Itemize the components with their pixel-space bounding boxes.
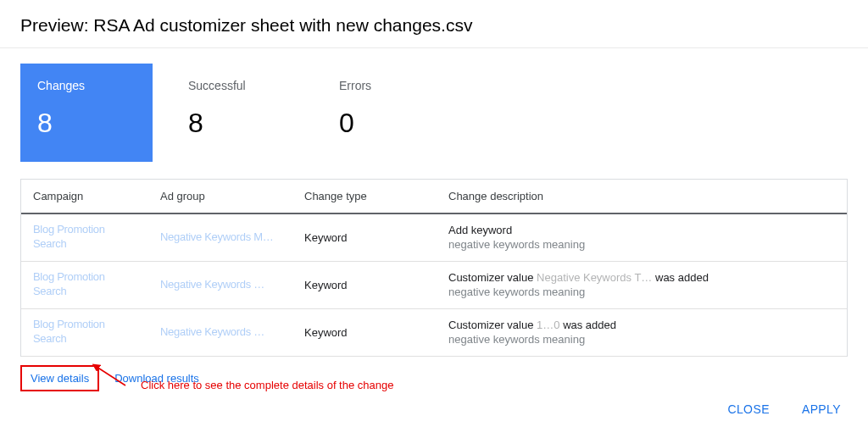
changes-table: Campaign Ad group Change type Change des…: [20, 179, 848, 357]
stat-value: 8: [188, 108, 287, 139]
stat-card-successful[interactable]: Successful 8: [171, 64, 303, 162]
stat-card-errors[interactable]: Errors 0: [322, 64, 454, 162]
stat-value: 0: [339, 108, 437, 139]
col-header-changedesc[interactable]: Change description: [437, 180, 847, 213]
cell-changetype: Keyword: [292, 213, 437, 261]
page-title: Preview: RSA Ad customizer sheet with ne…: [20, 15, 848, 36]
cell-changetype: Keyword: [292, 308, 437, 356]
view-details-link[interactable]: View details: [25, 369, 94, 388]
cell-changetype: Keyword: [292, 261, 437, 308]
cell-adgroup[interactable]: Negative Keywords …: [148, 308, 292, 356]
col-header-changetype[interactable]: Change type: [292, 180, 437, 213]
stat-label: Errors: [339, 79, 437, 92]
table-row[interactable]: Blog Promotion Search Negative Keywords …: [21, 308, 847, 356]
cell-changedesc: Add keyword negative keywords meaning: [437, 213, 847, 261]
download-results-link[interactable]: Download results: [109, 365, 204, 391]
cell-adgroup[interactable]: Negative Keywords …: [148, 261, 292, 308]
table-header-row: Campaign Ad group Change type Change des…: [21, 180, 847, 213]
col-header-adgroup[interactable]: Ad group: [148, 180, 292, 213]
annotation-highlight-box: View details: [20, 365, 99, 391]
desc-primary: Customizer value 1…0 was added: [448, 319, 835, 331]
table-row[interactable]: Blog Promotion Search Negative Keywords …: [21, 261, 847, 308]
actions-row: View details Download results: [0, 357, 868, 400]
desc-primary: Customizer value Negative Keywords T… wa…: [448, 271, 835, 284]
stat-value: 8: [37, 108, 136, 139]
cell-campaign[interactable]: Blog Promotion Search: [21, 261, 148, 308]
stat-card-changes[interactable]: Changes 8: [20, 64, 153, 162]
cell-campaign[interactable]: Blog Promotion Search: [21, 213, 148, 261]
cell-adgroup[interactable]: Negative Keywords M…: [148, 213, 292, 261]
desc-primary: Add keyword: [448, 224, 835, 236]
footer-buttons: CLOSE APPLY: [715, 396, 853, 423]
apply-button[interactable]: APPLY: [790, 396, 853, 423]
header: Preview: RSA Ad customizer sheet with ne…: [0, 0, 868, 48]
cell-changedesc: Customizer value Negative Keywords T… wa…: [437, 261, 847, 308]
desc-secondary: negative keywords meaning: [448, 238, 835, 251]
stat-label: Changes: [37, 79, 136, 92]
table-row[interactable]: Blog Promotion Search Negative Keywords …: [21, 213, 847, 261]
cell-campaign[interactable]: Blog Promotion Search: [21, 308, 148, 356]
stats-row: Changes 8 Successful 8 Errors 0: [0, 48, 868, 179]
stat-label: Successful: [188, 79, 287, 92]
desc-secondary: negative keywords meaning: [448, 286, 835, 298]
col-header-campaign[interactable]: Campaign: [21, 180, 148, 213]
cell-changedesc: Customizer value 1…0 was added negative …: [437, 308, 847, 356]
desc-secondary: negative keywords meaning: [448, 333, 835, 346]
close-button[interactable]: CLOSE: [715, 396, 781, 423]
